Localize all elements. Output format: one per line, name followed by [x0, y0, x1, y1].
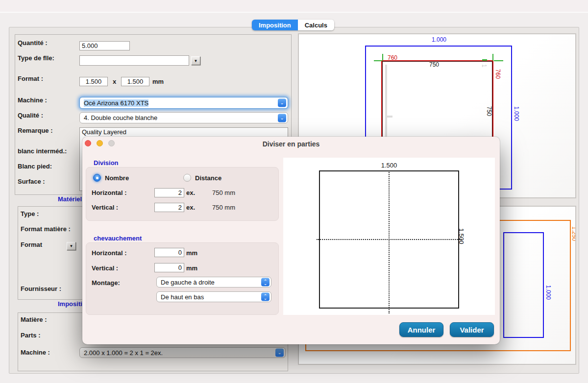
division-horizontal-ex-label: ex. [186, 189, 195, 196]
preview-width-label: 1.500 [374, 162, 404, 169]
overlap-horizontal-label: Horizontal : [92, 249, 127, 257]
machine-label: Machine : [18, 96, 47, 104]
montage-direction-select-1[interactable]: De gauche à droite ⌃⌄ [156, 277, 271, 287]
montage-direction-2-value: De haut en bas [161, 293, 204, 301]
radio-nombre-label: Nombre [105, 174, 129, 182]
fournisseur-label: Fournisseur : [21, 285, 61, 292]
material-size-label: 1.250 [571, 226, 576, 241]
parts-label: Parts : [21, 332, 40, 339]
division-header: Division [94, 159, 119, 167]
division-vertical-result: 750 mm [212, 204, 235, 211]
ruler-mark-tick [385, 116, 392, 118]
annuler-button[interactable]: Annuler [399, 322, 443, 337]
format-label: Format : [18, 75, 43, 82]
surface-label: Surface : [18, 178, 45, 185]
chevron-down-icon: ⌄ [275, 349, 284, 357]
margin-top-label: 760 [388, 54, 397, 61]
division-line-vertical [389, 170, 390, 313]
blanc-intermed-label: blanc interméd.: [18, 147, 67, 155]
division-horizontal-result: 750 mm [212, 189, 235, 196]
division-vertical-input[interactable] [154, 203, 184, 212]
sheet-height-label: 1.000 [513, 106, 520, 121]
overlap-vertical-label: Vertical : [92, 264, 118, 272]
chevrons-updown-icon: ⌃⌄ [261, 278, 270, 287]
montage-direction-select-2[interactable]: De haut en bas ⌃⌄ [156, 291, 271, 302]
division-horizontal-input[interactable] [154, 188, 184, 197]
format-width-input[interactable] [79, 77, 108, 86]
montage-direction-1-value: De gauche à droite [161, 279, 215, 286]
format-x-label: x [113, 78, 116, 85]
chevron-down-icon: ⌄ [278, 99, 286, 107]
materiel-header: Matériel [58, 195, 82, 203]
menubar-strip [0, 0, 588, 12]
valider-button[interactable]: Valider [450, 322, 494, 337]
format-height-input[interactable] [121, 77, 149, 86]
chevron-down-icon: ⌄ [278, 114, 286, 122]
crop-tick-icon [482, 59, 487, 61]
part-count-label: 1 [481, 64, 488, 68]
radio-nombre[interactable] [93, 174, 101, 182]
crop-tick-icon [494, 60, 503, 61]
chevrons-updown-icon: ⌃⌄ [261, 293, 270, 301]
qualite-select[interactable]: 4. Double couche blanche ⌄ [79, 112, 288, 123]
menubar-divider [0, 12, 588, 13]
part-height-label: 750 [486, 106, 492, 116]
imposition-machine-value: 2.000 x 1.000 = 2 x 1 = 2ex. [84, 349, 163, 357]
job-outline-blue [503, 232, 544, 338]
format-matiere-label: Format matière : [21, 225, 71, 233]
diviser-en-parties-dialog: Diviser en parties Division Nombre Dista… [82, 137, 500, 344]
overlap-vertical-mm-label: mm [186, 264, 197, 272]
qualite-label: Qualité : [18, 112, 43, 119]
blanc-pied-label: Blanc pied: [18, 163, 52, 170]
part-width-label: 750 [429, 61, 439, 68]
margin-right-label: 760 [494, 69, 501, 79]
crop-tick-icon [492, 54, 493, 61]
machine-select-value: Océ Arizona 6170 XTS [84, 99, 148, 107]
division-horizontal-label: Horizontal : [92, 189, 127, 196]
overlap-horizontal-mm-label: mm [186, 249, 197, 257]
division-line-horizontal [317, 239, 462, 240]
type-de-file-dropdown-button[interactable]: ▼ [191, 56, 200, 65]
quantite-input[interactable] [79, 41, 130, 50]
tab-calculs[interactable]: Calculs [298, 20, 334, 30]
montage-label: Montage: [92, 279, 120, 287]
dialog-title: Diviser en parties [82, 140, 500, 148]
qualite-select-value: 4. Double couche blanche [84, 114, 157, 121]
machine-select[interactable]: Océ Arizona 6170 XTS ⌄ [79, 97, 288, 109]
preview-height-label: 1.500 [458, 228, 465, 244]
quantite-label: Quantité : [18, 39, 48, 47]
dropdown-arrow-icon: ▼ [194, 59, 198, 63]
format-mm-label: mm [152, 78, 164, 85]
division-vertical-ex-label: ex. [186, 204, 195, 211]
type-de-file-label: Type de flle: [18, 54, 54, 62]
overlap-horizontal-input[interactable] [154, 248, 184, 257]
view-tabs: Imposition Calculs [252, 20, 334, 30]
imposition-machine-label: Machine : [21, 349, 50, 356]
division-preview: 1.500 1.500 [283, 158, 495, 315]
materiel-format-label: Format [21, 241, 42, 248]
type-de-file-input[interactable] [79, 55, 189, 66]
crop-tick-icon [374, 60, 382, 61]
materiel-type-label: Type : [21, 210, 39, 217]
overlap-vertical-input[interactable] [154, 263, 184, 272]
tab-imposition[interactable]: Imposition [252, 20, 298, 30]
crop-tick-icon [382, 54, 383, 61]
division-vertical-label: Vertical : [92, 204, 118, 211]
imposition-machine-select[interactable]: 2.000 x 1.000 = 2 x 1 = 2ex. ⌄ [79, 347, 286, 358]
radio-distance-label: Distance [195, 174, 221, 182]
materiel-format-dropdown-button[interactable]: ▼ [67, 242, 76, 250]
matiere-label: Matière : [21, 316, 47, 323]
job-size-label: 1.000 [545, 285, 552, 300]
sheet-width-label: 1.000 [426, 36, 452, 43]
remarque-label: Remarque : [18, 127, 53, 134]
dropdown-arrow-icon: ▼ [70, 244, 74, 248]
radio-distance[interactable] [183, 174, 191, 182]
ruler-mark [385, 65, 387, 137]
chevauchement-header: chevauchement [94, 235, 142, 242]
